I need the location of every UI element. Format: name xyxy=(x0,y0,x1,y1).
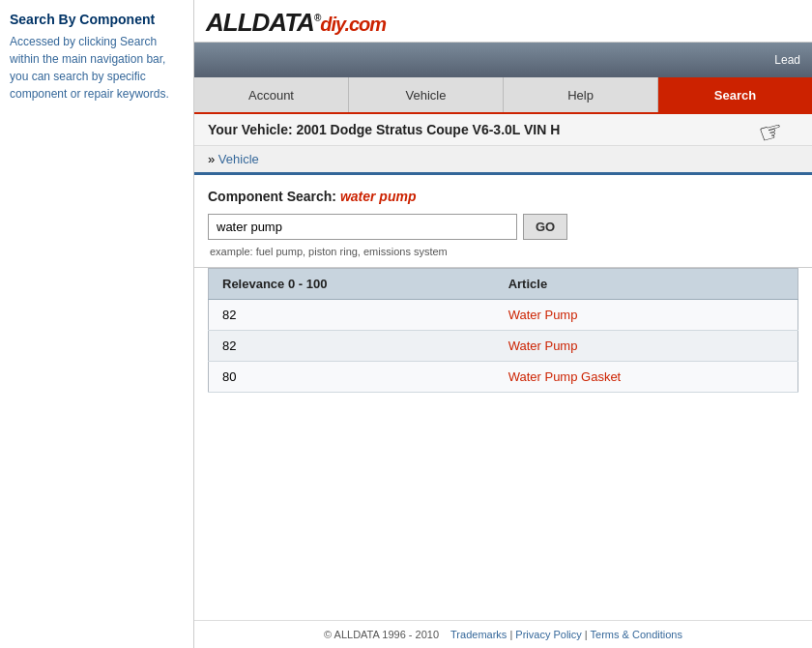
logo: ALLDATA®diy.com xyxy=(206,8,800,38)
main-content: ALLDATA®diy.com Lead Account Vehicle Hel… xyxy=(193,0,812,648)
search-example: example: fuel pump, piston ring, emissio… xyxy=(210,246,798,257)
cell-article: Water Pump Gasket xyxy=(495,362,798,393)
cell-relevance: 82 xyxy=(209,300,495,331)
article-link[interactable]: Water Pump Gasket xyxy=(508,369,622,384)
logo-alldata: ALLDATA xyxy=(206,8,314,37)
search-input[interactable] xyxy=(208,214,517,240)
table-row: 82Water Pump xyxy=(209,331,798,362)
copyright: © ALLDATA 1996 - 2010 xyxy=(324,629,439,640)
search-title-prefix: Component Search: xyxy=(208,189,340,204)
tab-vehicle[interactable]: Vehicle xyxy=(349,77,504,112)
cell-article: Water Pump xyxy=(495,331,798,362)
vehicle-bar: Your Vehicle: 2001 Dodge Stratus Coupe V… xyxy=(194,114,812,146)
col-relevance: Relevance 0 - 100 xyxy=(209,269,495,300)
go-button[interactable]: GO xyxy=(523,214,567,240)
cell-relevance: 82 xyxy=(209,331,495,362)
gray-bar-text: Lead xyxy=(774,53,800,67)
footer-link-trademarks[interactable]: Trademarks xyxy=(450,629,507,640)
search-section: Component Search: water pump GO example:… xyxy=(194,175,812,268)
cell-relevance: 80 xyxy=(209,362,495,393)
tab-account[interactable]: Account xyxy=(194,77,349,112)
search-row: GO xyxy=(208,214,798,240)
footer-link-privacy[interactable]: Privacy Policy xyxy=(515,629,581,640)
header: ALLDATA®diy.com xyxy=(194,0,812,43)
cell-article: Water Pump xyxy=(495,300,798,331)
search-title: Component Search: water pump xyxy=(208,189,798,204)
tab-help[interactable]: Help xyxy=(504,77,658,112)
logo-dotcom: .com xyxy=(344,14,386,35)
table-row: 80Water Pump Gasket xyxy=(209,362,798,393)
breadcrumb-prefix: » xyxy=(208,152,218,166)
breadcrumb-link[interactable]: Vehicle xyxy=(218,152,259,166)
nav-tabs: Account Vehicle Help Search xyxy=(194,77,812,114)
sidebar: Search By Component Accessed by clicking… xyxy=(0,0,193,648)
article-link[interactable]: Water Pump xyxy=(508,308,578,322)
gray-bar: Lead xyxy=(194,43,812,77)
results-table: Relevance 0 - 100 Article 82Water Pump82… xyxy=(208,268,798,393)
footer-link-terms[interactable]: Terms & Conditions xyxy=(591,629,682,640)
table-row: 82Water Pump xyxy=(209,300,798,331)
sidebar-description: Accessed by clicking Search within the m… xyxy=(10,33,184,103)
sidebar-title: Search By Component xyxy=(10,12,184,27)
footer: © ALLDATA 1996 - 2010 Trademarks | Priva… xyxy=(194,620,812,648)
search-title-query: water pump xyxy=(340,189,417,204)
logo-diy: diy xyxy=(320,14,344,35)
col-article: Article xyxy=(495,269,798,300)
vehicle-text: Your Vehicle: 2001 Dodge Stratus Coupe V… xyxy=(208,122,560,137)
tab-search[interactable]: Search xyxy=(658,77,812,112)
breadcrumb: » Vehicle xyxy=(194,146,812,175)
article-link[interactable]: Water Pump xyxy=(508,339,578,353)
